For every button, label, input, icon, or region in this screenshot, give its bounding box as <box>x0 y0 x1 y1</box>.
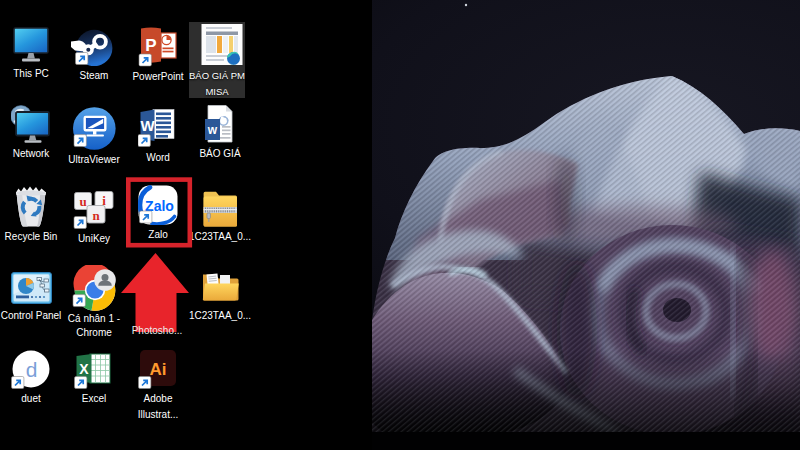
svg-text:P: P <box>145 36 156 55</box>
svg-text:u: u <box>79 194 86 209</box>
svg-text:Ai: Ai <box>150 360 167 379</box>
svg-text:W: W <box>140 117 155 134</box>
svg-text:i: i <box>102 193 106 208</box>
svg-text:w: w <box>207 123 218 137</box>
svg-text:X: X <box>79 361 89 377</box>
svg-text:n: n <box>92 208 100 223</box>
svg-text:d: d <box>26 358 38 381</box>
